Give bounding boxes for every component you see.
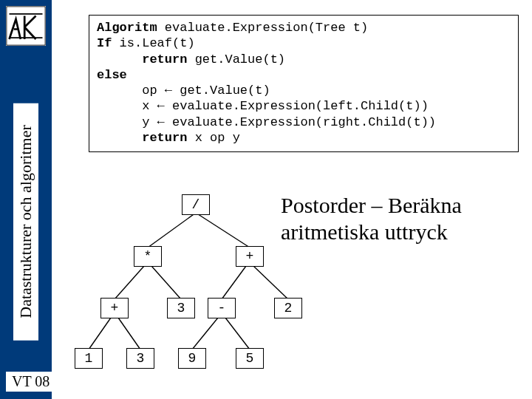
kth-logo [6, 6, 46, 46]
sidebar-course-title: Datastrukturer och algoritmer [13, 103, 38, 340]
code-l2: is.Leaf(t) [112, 36, 194, 50]
node-nine: 9 [178, 348, 206, 369]
svg-line-5 [222, 266, 246, 299]
kw-else: else [97, 68, 127, 82]
code-l5: op ← get.Value(t) [97, 83, 270, 98]
code-l8: x op y [187, 131, 239, 145]
svg-line-9 [192, 318, 218, 349]
svg-line-8 [118, 318, 140, 349]
node-five: 5 [236, 348, 264, 369]
node-one: 1 [75, 348, 103, 369]
node-minus: - [208, 298, 236, 318]
svg-line-10 [225, 318, 250, 349]
kw-algoritm: Algoritm [97, 21, 157, 35]
node-root-divide: / [182, 194, 210, 215]
footer-term: VT 08 [6, 372, 55, 392]
code-l6: x ← evaluate.Expression(left.Child(t)) [97, 99, 429, 113]
svg-line-6 [253, 266, 288, 299]
expression-tree: / * + + 3 - 2 1 3 9 5 [74, 188, 318, 381]
code-l1: evaluate.Expression(Tree t) [157, 21, 369, 35]
svg-line-2 [196, 213, 250, 248]
node-multiply: * [134, 246, 162, 267]
node-three-b: 3 [126, 348, 154, 369]
node-plus-right: + [236, 246, 264, 267]
code-l7: y ← evaluate.Expression(right.Child(t)) [97, 115, 436, 129]
node-plus-left: + [100, 298, 129, 318]
algorithm-box: Algoritm evaluate.Expression(Tree t) If … [89, 15, 519, 152]
svg-line-4 [151, 266, 181, 299]
node-two: 2 [274, 298, 302, 318]
kw-if: If [97, 36, 112, 50]
kw-return-2: return [142, 131, 187, 145]
indent-l8 [97, 131, 142, 145]
svg-line-1 [148, 213, 196, 248]
kw-return-1: return [142, 52, 187, 66]
code-l3: get.Value(t) [187, 52, 285, 66]
svg-line-3 [115, 266, 144, 299]
svg-line-7 [89, 318, 111, 349]
node-three-a: 3 [167, 298, 195, 318]
indent-l3 [97, 52, 142, 66]
